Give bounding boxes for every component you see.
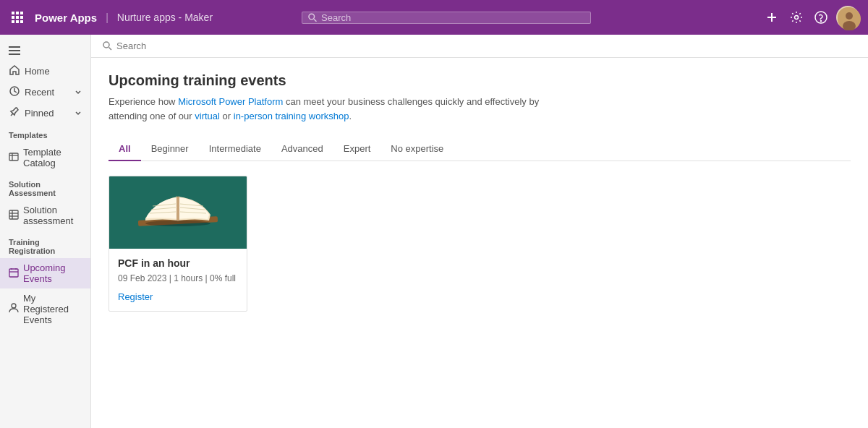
sidebar: Home Recent [0,35,91,428]
svg-rect-5 [20,16,23,19]
svg-rect-0 [12,12,14,14]
svg-rect-4 [16,16,19,19]
top-search-input[interactable] [321,12,584,23]
events-grid: PCF in an hour 09 Feb 2023 | 1 hours | 0… [109,176,851,312]
recent-icon [9,86,20,98]
sidebar-item-pinned[interactable]: Pinned [0,103,90,124]
svg-point-34 [12,304,16,308]
tab-beginner[interactable]: Beginner [141,137,199,161]
tab-no-expertise[interactable]: No expertise [380,137,454,161]
svg-rect-2 [20,12,23,14]
content-area: Upcoming training events Experience how … [91,35,868,428]
description-part3: or [220,111,234,121]
page-title: Upcoming training events [109,72,851,89]
sidebar-item-recent[interactable]: Recent [0,82,90,103]
help-button[interactable] [812,8,830,27]
top-search[interactable] [302,12,591,24]
solution-assessment-icon [9,210,19,222]
svg-point-45 [145,221,210,226]
inner-search-bar [91,35,868,58]
svg-rect-21 [9,54,20,55]
description-link-virtual[interactable]: virtual [195,111,220,121]
event-card-title-pcf: PCF in an hour [118,257,238,269]
section-solution-assessment-label: Solution Assessment [0,173,90,200]
sidebar-item-upcoming-events-label: Upcoming Events [23,262,82,284]
settings-button[interactable] [787,8,806,27]
sidebar-item-my-registered-events-label: My Registered Events [23,293,82,325]
svg-point-9 [309,14,315,20]
svg-rect-8 [20,20,23,23]
event-card-body-pcf: PCF in an hour 09 Feb 2023 | 1 hours | 0… [109,249,247,311]
sidebar-item-solution-assessment-label: Solution assessment [23,205,82,226]
sidebar-item-upcoming-events[interactable]: Upcoming Events [0,258,90,288]
sidebar-item-home-label: Home [25,66,50,77]
description-link-in-person[interactable]: in-person training workshop [234,111,349,121]
svg-point-13 [794,16,798,20]
svg-rect-19 [9,46,20,48]
tab-intermediate[interactable]: Intermediate [199,137,271,161]
event-card-pcf[interactable]: PCF in an hour 09 Feb 2023 | 1 hours | 0… [109,176,247,312]
avatar[interactable] [836,6,859,29]
recent-chevron-icon [75,87,82,98]
top-nav-actions [762,6,859,29]
svg-line-10 [314,19,316,21]
nav-subtitle: Nurture apps - Maker [117,12,213,23]
tab-expert[interactable]: Expert [333,137,381,161]
svg-rect-30 [9,269,18,277]
sidebar-item-my-registered-events[interactable]: My Registered Events [0,288,90,330]
svg-rect-1 [16,12,19,14]
svg-point-35 [103,42,109,48]
svg-rect-7 [16,20,19,23]
section-templates-label: Templates [0,124,90,142]
svg-rect-20 [9,50,20,51]
pin-icon [9,107,20,119]
svg-rect-23 [9,153,18,160]
sidebar-item-pinned-label: Pinned [25,108,54,119]
register-button-pcf[interactable]: Register [118,291,153,302]
svg-rect-3 [12,16,14,19]
svg-rect-26 [9,210,18,219]
tab-advanced[interactable]: Advanced [271,137,333,161]
inner-search-icon [103,41,112,51]
sidebar-item-home[interactable]: Home [0,61,90,82]
event-card-meta-pcf: 09 Feb 2023 | 1 hours | 0% full [118,273,238,283]
add-button[interactable] [762,8,781,27]
tabs-container: All Beginner Intermediate Advanced Exper… [109,137,851,161]
template-catalog-icon [9,152,19,164]
book-svg [124,179,232,247]
top-nav: Power Apps | Nurture apps - Maker [0,0,868,35]
svg-line-36 [109,48,112,51]
main-layout: Home Recent [0,35,868,428]
section-training-registration-label: Training Registration [0,231,90,258]
sidebar-item-solution-assessment[interactable]: Solution assessment [0,200,90,231]
description-part4: . [349,111,352,121]
sidebar-item-template-catalog-label: Template Catalog [23,147,82,168]
app-name: Power Apps [35,12,97,24]
sidebar-item-template-catalog[interactable]: Template Catalog [0,142,90,173]
page-description: Experience how Microsoft Power Platform … [109,95,542,123]
description-link-power-platform[interactable]: Microsoft Power Platform [178,96,283,107]
nav-divider: | [106,12,109,23]
event-card-image-pcf [109,176,247,249]
svg-point-17 [846,12,853,20]
svg-rect-6 [12,20,14,23]
my-registered-events-icon [9,303,19,315]
grid-icon[interactable] [9,9,26,26]
pinned-chevron-icon [75,108,82,119]
sidebar-menu-button[interactable] [0,40,90,61]
page-content-area: Upcoming training events Experience how … [91,58,868,326]
svg-point-15 [820,21,821,22]
home-icon [9,65,20,77]
sidebar-item-recent-label: Recent [25,87,54,98]
tab-all[interactable]: All [109,137,141,161]
upcoming-events-icon [9,268,19,280]
inner-search-input[interactable] [116,40,856,51]
description-part1: Experience how [109,96,178,107]
